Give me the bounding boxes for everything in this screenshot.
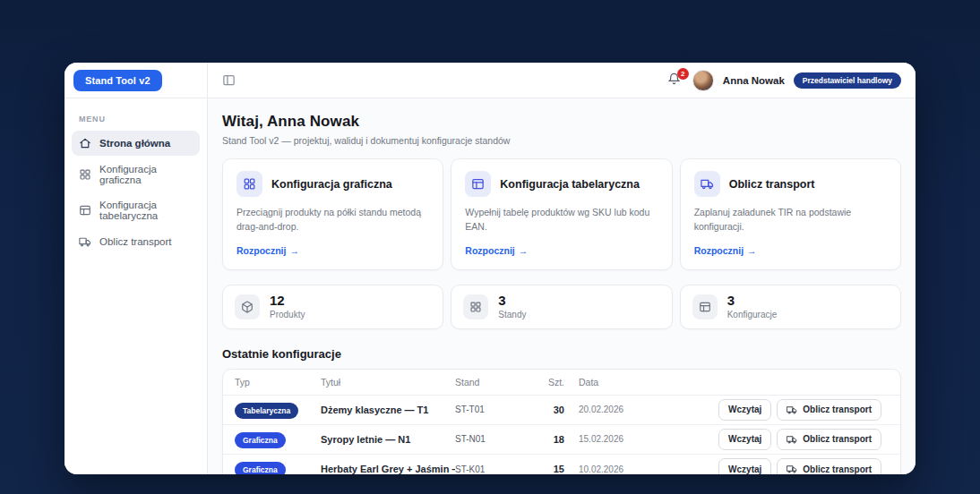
transport-button[interactable]: Oblicz transport xyxy=(777,399,881,421)
avatar[interactable] xyxy=(692,70,714,91)
row-actions: Wczytaj Oblicz transport xyxy=(658,429,889,450)
stat-value: 12 xyxy=(270,294,305,309)
sidebar-toggle-button[interactable] xyxy=(222,72,238,89)
card-header: Oblicz transport xyxy=(694,171,887,197)
truck-icon xyxy=(79,235,91,248)
table-icon xyxy=(692,294,718,319)
truck-icon xyxy=(787,464,797,474)
truck-icon xyxy=(787,434,797,445)
sidebar: MENU Strona główna Konfiguracja graficzn… xyxy=(64,98,208,474)
sidebar-header: Stand Tool v2 xyxy=(64,63,208,98)
card-description: Przeciągnij produkty na półki standu met… xyxy=(236,205,429,234)
stat-text: 3 Standy xyxy=(498,294,526,320)
quantity: 18 xyxy=(534,434,572,445)
card-title: Konfiguracja graficzna xyxy=(271,178,392,191)
table-row: Graficzna Syropy letnie — N1 ST-N01 18 1… xyxy=(223,425,900,455)
stat-text: 12 Produkty xyxy=(270,294,305,320)
transport-button[interactable]: Oblicz transport xyxy=(777,429,881,450)
card-description: Wypełnij tabelę produktów wg SKU lub kod… xyxy=(465,205,658,234)
row-actions: Wczytaj Oblicz transport xyxy=(658,399,889,421)
package-icon xyxy=(235,294,260,319)
recent-table: Typ Tytuł Stand Szt. Data Tabelaryczna D… xyxy=(222,369,901,474)
table-header-row: Typ Tytuł Stand Szt. Data xyxy=(223,370,900,396)
truck-icon xyxy=(787,405,797,415)
sidebar-menu-label: MENU xyxy=(72,109,200,131)
stat-value: 3 xyxy=(498,294,526,309)
sidebar-item-label: Konfiguracja graficzna xyxy=(99,164,193,185)
column-typ: Typ xyxy=(235,377,321,388)
topbar-user-area: 2 Anna Nowak Przedstawiciel handlowy xyxy=(667,70,901,91)
sidebar-item-konfiguracja-tabelaryczna[interactable]: Konfiguracja tabelaryczna xyxy=(72,193,200,227)
recent-section-title: Ostatnie konfiguracje xyxy=(222,347,901,361)
sidebar-item-label: Strona główna xyxy=(99,138,170,149)
topbar: 2 Anna Nowak Przedstawiciel handlowy xyxy=(208,63,916,98)
table-icon xyxy=(465,171,491,197)
date: 15.02.2026 xyxy=(572,434,658,444)
quantity: 30 xyxy=(534,405,572,415)
row-actions: Wczytaj Oblicz transport xyxy=(658,458,889,474)
card-header: Konfiguracja graficzna xyxy=(236,171,429,197)
card-title: Oblicz transport xyxy=(729,178,815,191)
stat-value: 3 xyxy=(727,294,778,309)
table-row: Tabelaryczna Dżemy klasyczne — T1 ST-T01… xyxy=(223,396,900,425)
card-konfiguracja-tabelaryczna[interactable]: Konfiguracja tabelaryczna Wypełnij tabel… xyxy=(451,158,672,270)
sidebar-item-label: Oblicz transport xyxy=(99,236,172,247)
grid-icon xyxy=(79,168,91,181)
stat-label: Konfiguracje xyxy=(727,310,778,319)
load-button[interactable]: Wczytaj xyxy=(718,429,771,450)
stat-standy: 3 Standy xyxy=(451,285,672,329)
sidebar-item-strona-glowna[interactable]: Strona główna xyxy=(72,131,200,156)
column-stand: Stand xyxy=(455,377,534,388)
column-szt: Szt. xyxy=(534,377,572,388)
page-subtitle: Stand Tool v2 — projektuj, waliduj i dok… xyxy=(222,135,901,146)
stat-konfiguracje: 3 Konfiguracje xyxy=(680,285,901,329)
logo-button[interactable]: Stand Tool v2 xyxy=(73,70,162,91)
column-data: Data xyxy=(572,377,658,388)
transport-button[interactable]: Oblicz transport xyxy=(777,458,881,474)
home-icon xyxy=(79,137,91,149)
stat-label: Standy xyxy=(498,310,526,319)
truck-icon xyxy=(694,171,720,197)
panel-left-icon xyxy=(222,73,236,87)
date: 10.02.2026 xyxy=(572,464,658,474)
stat-text: 3 Konfiguracje xyxy=(727,294,778,320)
stand-code: ST-N01 xyxy=(455,434,534,444)
arrow-right-icon: → xyxy=(519,245,529,256)
type-badge: Graficzna xyxy=(235,432,286,448)
card-start-link[interactable]: Rozpocznij→ xyxy=(694,245,757,256)
load-button[interactable]: Wczytaj xyxy=(718,399,771,421)
notifications-button[interactable]: 2 xyxy=(667,72,683,89)
user-name: Anna Nowak xyxy=(723,75,785,86)
page-title: Witaj, Anna Nowak xyxy=(222,113,901,131)
user-role-badge: Przedstawiciel handlowy xyxy=(794,72,901,89)
grid-icon xyxy=(463,294,488,319)
card-oblicz-transport[interactable]: Oblicz transport Zaplanuj załadunek TIR … xyxy=(680,158,901,270)
stand-code: ST-T01 xyxy=(455,405,534,414)
card-start-link[interactable]: Rozpocznij→ xyxy=(236,245,299,256)
config-title: Syropy letnie — N1 xyxy=(321,434,455,445)
card-start-link[interactable]: Rozpocznij→ xyxy=(465,245,528,256)
main-content: Witaj, Anna Nowak Stand Tool v2 — projek… xyxy=(208,98,916,474)
config-title: Dżemy klasyczne — T1 xyxy=(321,405,455,415)
stat-produkty: 12 Produkty xyxy=(222,285,443,329)
stats-row: 12 Produkty 3 Standy xyxy=(222,285,901,329)
stand-code: ST-K01 xyxy=(455,464,534,474)
arrow-right-icon: → xyxy=(747,245,757,256)
card-header: Konfiguracja tabelaryczna xyxy=(465,171,658,197)
quantity: 15 xyxy=(534,464,572,474)
load-button[interactable]: Wczytaj xyxy=(718,458,771,474)
stat-label: Produkty xyxy=(270,310,305,319)
card-description: Zaplanuj załadunek TIR na podstawie konf… xyxy=(694,205,887,234)
notification-count-badge: 2 xyxy=(677,68,689,80)
config-title: Herbaty Earl Grey + Jaśmin — K1 xyxy=(321,464,455,474)
arrow-right-icon: → xyxy=(289,245,299,256)
table-icon xyxy=(79,204,91,217)
card-title: Konfiguracja tabelaryczna xyxy=(500,178,640,191)
sidebar-item-oblicz-transport[interactable]: Oblicz transport xyxy=(72,229,200,254)
feature-cards: Konfiguracja graficzna Przeciągnij produ… xyxy=(222,158,901,270)
card-konfiguracja-graficzna[interactable]: Konfiguracja graficzna Przeciągnij produ… xyxy=(222,158,443,270)
table-row: Graficzna Herbaty Earl Grey + Jaśmin — K… xyxy=(223,455,900,474)
type-badge: Graficzna xyxy=(235,462,286,474)
sidebar-item-konfiguracja-graficzna[interactable]: Konfiguracja graficzna xyxy=(72,158,200,192)
app-window: Stand Tool v2 2 Anna Nowak Przedstawicie… xyxy=(64,63,916,474)
